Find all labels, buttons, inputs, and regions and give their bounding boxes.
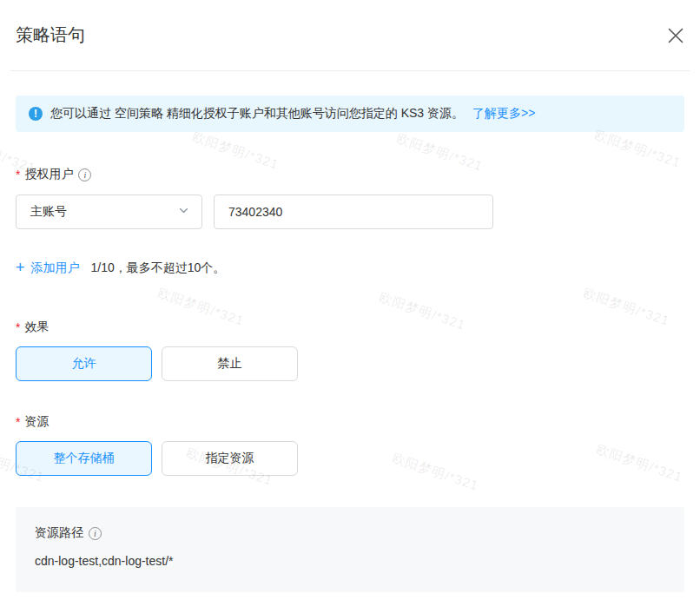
exclamation-circle-icon: ! <box>29 107 43 121</box>
account-type-select[interactable]: 主账号 <box>16 194 202 229</box>
add-user-count-hint: 1/10，最多不超过10个。 <box>91 260 226 276</box>
required-asterisk: * <box>16 168 20 181</box>
effect-options: 允许 禁止 <box>16 346 684 381</box>
resource-option-specified[interactable]: 指定资源 <box>162 441 298 476</box>
account-id-input[interactable] <box>214 194 493 229</box>
close-icon <box>666 26 685 49</box>
authorized-user-controls: 主账号 <box>16 194 684 229</box>
resource-label: 资源 <box>24 414 49 430</box>
dialog-header: 策略语句 <box>10 0 690 71</box>
account-type-selected-value: 主账号 <box>30 204 67 220</box>
resource-path-label: 资源路径 <box>35 525 83 541</box>
required-asterisk: * <box>16 415 20 429</box>
effect-option-allow[interactable]: 允许 <box>16 346 152 381</box>
add-user-button[interactable]: + 添加用户 <box>16 260 80 276</box>
resource-label-row: * 资源 <box>16 414 684 430</box>
info-banner-text: 您可以通过 空间策略 精细化授权子账户和其他账号访问您指定的 KS3 资源。 <box>50 106 464 122</box>
info-banner: ! 您可以通过 空间策略 精细化授权子账户和其他账号访问您指定的 KS3 资源。… <box>16 96 684 132</box>
effect-option-deny[interactable]: 禁止 <box>162 346 298 381</box>
add-user-label: 添加用户 <box>31 260 80 276</box>
add-user-row: + 添加用户 1/10，最多不超过10个。 <box>16 260 684 276</box>
learn-more-link[interactable]: 了解更多>> <box>472 106 535 122</box>
chevron-down-icon <box>178 205 189 219</box>
resource-path-panel: 资源路径 i cdn-log-test,cdn-log-test/* <box>16 507 684 592</box>
resource-path-value: cdn-log-test,cdn-log-test/* <box>35 554 665 568</box>
resource-options: 整个存储桶 指定资源 <box>16 441 684 476</box>
resource-option-whole-bucket[interactable]: 整个存储桶 <box>16 441 152 476</box>
authorized-user-label: 授权用户 <box>24 167 73 182</box>
info-icon[interactable]: i <box>78 168 91 181</box>
close-button[interactable] <box>665 27 686 48</box>
plus-icon: + <box>16 260 25 275</box>
dialog-body: ! 您可以通过 空间策略 精细化授权子账户和其他账号访问您指定的 KS3 资源。… <box>0 96 700 592</box>
page-title: 策略语句 <box>16 23 85 47</box>
required-asterisk: * <box>16 320 20 334</box>
authorized-user-label-row: * 授权用户 i <box>16 167 684 182</box>
effect-label-row: * 效果 <box>16 320 684 335</box>
info-icon[interactable]: i <box>89 527 102 540</box>
resource-path-label-row: 资源路径 i <box>35 525 665 541</box>
effect-label: 效果 <box>24 320 49 335</box>
